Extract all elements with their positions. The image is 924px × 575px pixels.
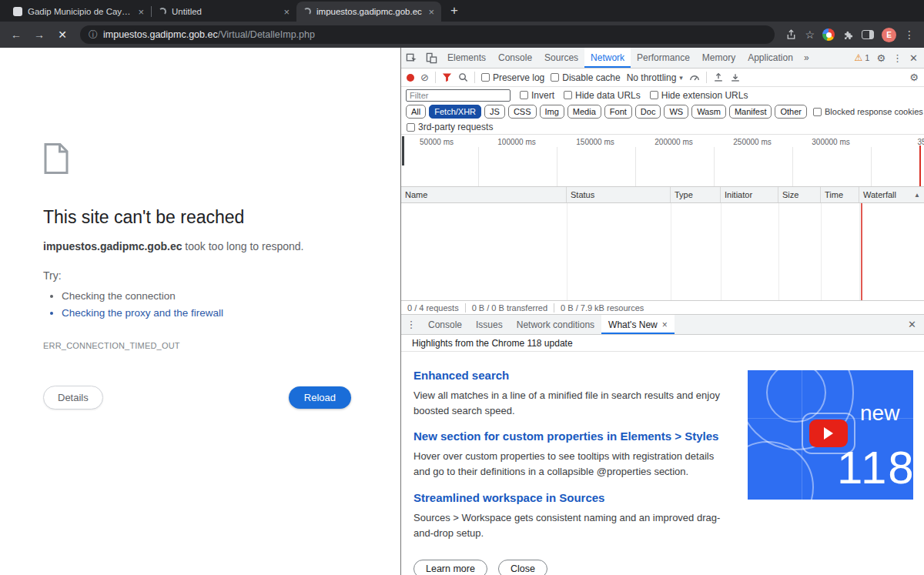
export-har-icon[interactable]: [730, 72, 741, 83]
column-header-waterfall[interactable]: Waterfall▲: [859, 187, 924, 202]
filter-chip-all[interactable]: All: [406, 105, 426, 119]
checkbox[interactable]: [650, 91, 658, 99]
browser-tab-1[interactable]: Gadip Municipio de Cayambe ×: [6, 2, 151, 22]
hide-extension-urls-checkbox[interactable]: Hide extension URLs: [650, 90, 748, 101]
extension-icon[interactable]: [822, 28, 835, 41]
filter-chip-fetch-xhr[interactable]: Fetch/XHR: [429, 105, 481, 119]
tab-elements[interactable]: Elements: [441, 48, 492, 68]
devtools-settings-icon[interactable]: ⚙: [876, 52, 886, 64]
suggestion-proxy-firewall-link[interactable]: Checking the proxy and the firewall: [62, 305, 351, 322]
network-settings-gear-icon[interactable]: ⚙: [909, 72, 919, 83]
checkbox[interactable]: [564, 91, 572, 99]
throttling-dropdown[interactable]: No throttling▾: [627, 72, 683, 83]
column-header-type[interactable]: Type: [671, 187, 721, 202]
network-overview-timeline[interactable]: 50000 ms 100000 ms 150000 ms 200000 ms 2…: [401, 135, 924, 187]
network-conditions-icon[interactable]: [689, 72, 700, 82]
clear-icon[interactable]: ⊘: [420, 72, 429, 83]
profile-avatar[interactable]: E: [882, 28, 896, 42]
transferred-size: 0 B / 0 B transferred: [472, 303, 547, 313]
new-tab-button[interactable]: +: [441, 3, 467, 22]
tab-network[interactable]: Network: [584, 48, 631, 68]
filter-chip-manifest[interactable]: Manifest: [729, 105, 772, 119]
close-icon[interactable]: ×: [662, 319, 668, 330]
checkbox[interactable]: [407, 123, 415, 132]
record-icon[interactable]: [407, 74, 414, 82]
preserve-log-checkbox[interactable]: Preserve log: [481, 72, 544, 83]
chrome-118-video-thumbnail[interactable]: new 118: [748, 370, 913, 500]
share-icon[interactable]: [785, 29, 797, 41]
warning-badge[interactable]: ⚠1: [855, 52, 870, 63]
summary-divider: [465, 303, 466, 313]
tab-close-icon[interactable]: ×: [283, 7, 290, 17]
drawer-close-icon[interactable]: ✕: [908, 319, 924, 330]
browser-tab-3-active[interactable]: impuestos.gadipmc.gob.ec ×: [296, 2, 441, 22]
browser-tab-2[interactable]: Untitled ×: [152, 2, 296, 22]
search-icon[interactable]: [458, 72, 468, 82]
checkbox[interactable]: [813, 108, 822, 116]
site-info-icon[interactable]: ⓘ: [89, 28, 98, 42]
drawer-tab-issues[interactable]: Issues: [469, 315, 510, 334]
tab-console[interactable]: Console: [492, 48, 538, 68]
back-icon[interactable]: ←: [6, 28, 26, 41]
column-header-size[interactable]: Size: [778, 187, 821, 202]
stop-loading-icon[interactable]: ✕: [52, 28, 72, 41]
checkbox[interactable]: [520, 91, 528, 99]
column-header-name[interactable]: Name: [401, 187, 567, 202]
devtools-menu-icon[interactable]: ⋮: [892, 52, 902, 64]
filter-chip-media[interactable]: Media: [567, 105, 601, 119]
column-header-status[interactable]: Status: [567, 187, 671, 202]
column-header-initiator[interactable]: Initiator: [721, 187, 778, 202]
whats-new-heading-link[interactable]: Enhanced search: [413, 369, 737, 382]
requests-table-body[interactable]: [401, 203, 924, 300]
filter-chip-css[interactable]: CSS: [508, 105, 537, 119]
drawer-tab-console[interactable]: Console: [421, 315, 469, 334]
tab-close-icon[interactable]: ×: [138, 7, 144, 17]
import-har-icon[interactable]: [713, 72, 724, 83]
tab-close-icon[interactable]: ×: [428, 7, 434, 17]
tab-application[interactable]: Application: [742, 48, 799, 68]
tab-performance[interactable]: Performance: [631, 48, 696, 68]
third-party-checkbox[interactable]: 3rd-party requests: [407, 122, 493, 132]
filter-chip-ws[interactable]: WS: [664, 105, 688, 119]
filter-chip-wasm[interactable]: Wasm: [691, 105, 726, 119]
filter-input[interactable]: [406, 89, 511, 102]
drawer-menu-icon[interactable]: ⋮: [401, 319, 421, 330]
error-title: This site can't be reached: [43, 207, 351, 228]
filter-chip-other[interactable]: Other: [775, 105, 807, 119]
checkbox[interactable]: [481, 73, 490, 82]
details-button[interactable]: Details: [43, 386, 103, 410]
disable-cache-checkbox[interactable]: Disable cache: [551, 72, 620, 83]
inspect-element-icon[interactable]: [401, 52, 421, 64]
drawer-tab-whats-new[interactable]: What's New×: [601, 315, 675, 334]
third-party-row: 3rd-party requests: [401, 120, 924, 135]
devtools-close-icon[interactable]: ✕: [909, 52, 918, 64]
bookmark-star-icon[interactable]: ☆: [805, 28, 815, 41]
reload-button[interactable]: Reload: [289, 386, 351, 409]
learn-more-button[interactable]: Learn more: [413, 560, 487, 575]
close-button[interactable]: Close: [498, 560, 547, 575]
filter-chip-js[interactable]: JS: [484, 105, 505, 119]
blocked-response-cookies-checkbox[interactable]: Blocked response cookies: [813, 107, 923, 116]
side-panel-icon[interactable]: [862, 30, 874, 39]
browser-menu-icon[interactable]: ⋮: [904, 28, 915, 41]
more-tabs-icon[interactable]: »: [799, 52, 814, 63]
checkbox[interactable]: [551, 73, 559, 82]
column-header-time[interactable]: Time: [821, 187, 859, 202]
forward-icon[interactable]: →: [29, 28, 49, 41]
drawer-tab-network-conditions[interactable]: Network conditions: [510, 315, 601, 334]
toolbar-divider: [435, 72, 436, 83]
address-bar[interactable]: ⓘ impuestos.gadipmc.gob.ec/Virtual/Detal…: [80, 25, 775, 44]
device-toolbar-icon[interactable]: [421, 52, 441, 64]
invert-checkbox[interactable]: Invert: [520, 90, 554, 101]
whats-new-heading-link[interactable]: New section for custom properties in Ele…: [413, 430, 737, 443]
filter-chip-img[interactable]: Img: [540, 105, 564, 119]
whats-new-heading-link[interactable]: Streamlined workspace in Sources: [413, 491, 737, 504]
column-divider: [859, 203, 860, 300]
filter-chip-doc[interactable]: Doc: [635, 105, 661, 119]
filter-chip-font[interactable]: Font: [604, 105, 632, 119]
tab-memory[interactable]: Memory: [696, 48, 742, 68]
hide-data-urls-checkbox[interactable]: Hide data URLs: [564, 90, 641, 101]
extensions-puzzle-icon[interactable]: [842, 29, 854, 41]
filter-funnel-icon[interactable]: [442, 72, 452, 82]
tab-sources[interactable]: Sources: [538, 48, 584, 68]
